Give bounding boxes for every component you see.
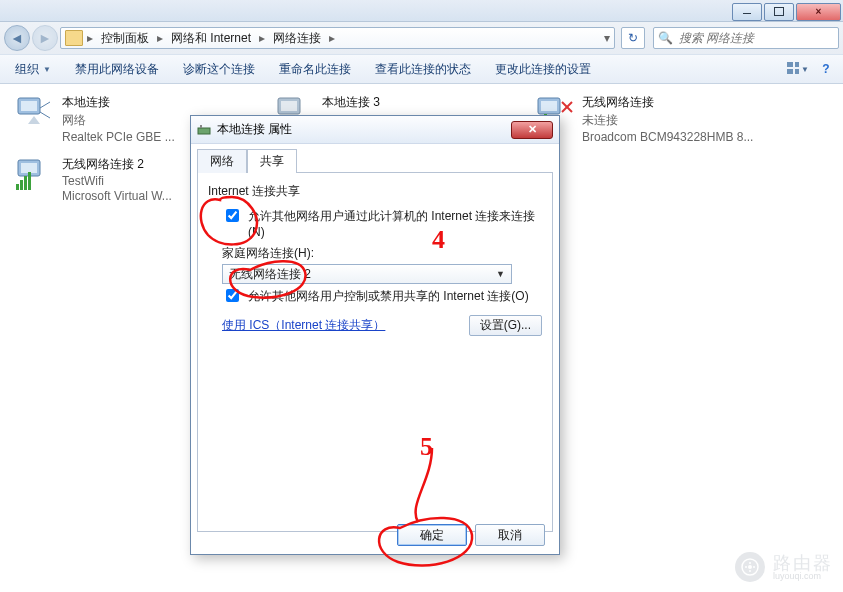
nav-back-button[interactable]: ◄ bbox=[4, 25, 30, 51]
watermark-sub: luyouqi.com bbox=[773, 572, 833, 581]
breadcrumb-item[interactable]: 控制面板 bbox=[95, 28, 155, 48]
tab-sharing[interactable]: 共享 bbox=[247, 149, 297, 173]
dialog-close-button[interactable]: ✕ bbox=[511, 121, 553, 139]
connection-device: Microsoft Virtual W... bbox=[62, 189, 172, 203]
allow-sharing-checkbox-row[interactable]: 允许其他网络用户通过此计算机的 Internet 连接来连接(N) bbox=[222, 208, 542, 239]
chevron-down-icon[interactable]: ▾ bbox=[602, 31, 612, 45]
dialog-button-row: 确定 取消 bbox=[191, 524, 559, 546]
location-icon bbox=[65, 30, 83, 46]
window-close-button[interactable]: × bbox=[796, 3, 841, 21]
address-row: ◄ ► ▸ 控制面板 ▸ 网络和 Internet ▸ 网络连接 ▸ ▾ ↻ 🔍 bbox=[0, 22, 843, 54]
svg-rect-1 bbox=[795, 62, 799, 67]
nav-forward-button[interactable]: ► bbox=[32, 25, 58, 51]
connection-device: Realtek PCIe GBE ... bbox=[62, 130, 175, 144]
chevron-right-icon: ▸ bbox=[155, 31, 165, 45]
connection-status: 网络 bbox=[62, 112, 175, 129]
view-status-button[interactable]: 查看此连接的状态 bbox=[366, 58, 480, 81]
window-maximize-button[interactable] bbox=[764, 3, 794, 21]
toolbar: 组织 ▼ 禁用此网络设备 诊断这个连接 重命名此连接 查看此连接的状态 更改此连… bbox=[0, 54, 843, 84]
lan-icon bbox=[14, 94, 54, 130]
chevron-down-icon: ▼ bbox=[496, 269, 505, 279]
svg-point-22 bbox=[748, 565, 752, 569]
allow-control-label: 允许其他网络用户控制或禁用共享的 Internet 连接(O) bbox=[248, 288, 529, 305]
connection-device: Broadcom BCM943228HMB 8... bbox=[582, 130, 753, 144]
properties-dialog: 本地连接 属性 ✕ 网络 共享 Internet 连接共享 允许其他网络用户通过… bbox=[190, 115, 560, 555]
svg-rect-5 bbox=[21, 101, 37, 111]
chevron-right-icon: ▸ bbox=[85, 31, 95, 45]
svg-rect-0 bbox=[787, 62, 793, 67]
ok-button[interactable]: 确定 bbox=[397, 524, 467, 546]
svg-rect-2 bbox=[787, 69, 793, 74]
svg-rect-7 bbox=[281, 101, 297, 111]
nic-icon bbox=[197, 123, 211, 137]
disable-device-button[interactable]: 禁用此网络设备 bbox=[66, 58, 168, 81]
chevron-down-icon: ▼ bbox=[801, 65, 809, 74]
svg-rect-19 bbox=[24, 176, 27, 190]
connection-name: 无线网络连接 bbox=[582, 94, 753, 111]
dialog-title: 本地连接 属性 bbox=[217, 121, 292, 138]
allow-sharing-label: 允许其他网络用户通过此计算机的 Internet 连接来连接(N) bbox=[248, 208, 542, 239]
window-minimize-button[interactable] bbox=[732, 3, 762, 21]
diagnose-button[interactable]: 诊断这个连接 bbox=[174, 58, 264, 81]
search-icon: 🔍 bbox=[658, 31, 673, 45]
svg-rect-18 bbox=[20, 180, 23, 190]
connection-name: 本地连接 bbox=[62, 94, 175, 111]
home-connection-label: 家庭网络连接(H): bbox=[222, 245, 542, 262]
svg-rect-24 bbox=[200, 125, 202, 128]
window-titlebar: × bbox=[0, 0, 843, 22]
view-mode-button[interactable]: ▼ bbox=[787, 60, 809, 78]
ics-group-label: Internet 连接共享 bbox=[208, 183, 542, 200]
watermark: 路由器 luyouqi.com bbox=[735, 552, 833, 582]
watermark-text: 路由器 bbox=[773, 554, 833, 572]
allow-control-checkbox-row[interactable]: 允许其他网络用户控制或禁用共享的 Internet 连接(O) bbox=[222, 288, 542, 305]
chevron-right-icon: ▸ bbox=[257, 31, 267, 45]
tab-strip: 网络 共享 bbox=[191, 144, 559, 172]
svg-rect-3 bbox=[795, 69, 799, 74]
organize-button[interactable]: 组织 ▼ bbox=[6, 58, 60, 81]
sharing-panel: Internet 连接共享 允许其他网络用户通过此计算机的 Internet 连… bbox=[197, 172, 553, 532]
wifi-icon bbox=[14, 156, 54, 192]
search-input[interactable] bbox=[677, 30, 834, 46]
search-box[interactable]: 🔍 bbox=[653, 27, 839, 49]
dialog-titlebar[interactable]: 本地连接 属性 ✕ bbox=[191, 116, 559, 144]
cancel-button[interactable]: 取消 bbox=[475, 524, 545, 546]
ics-help-link[interactable]: 使用 ICS（Internet 连接共享） bbox=[222, 317, 385, 334]
breadcrumb-item[interactable]: 网络和 Internet bbox=[165, 28, 257, 48]
settings-button[interactable]: 设置(G)... bbox=[469, 315, 542, 336]
breadcrumb-bar[interactable]: ▸ 控制面板 ▸ 网络和 Internet ▸ 网络连接 ▸ ▾ bbox=[60, 27, 615, 49]
chevron-right-icon: ▸ bbox=[327, 31, 337, 45]
svg-rect-9 bbox=[541, 101, 557, 111]
connection-status: TestWifi bbox=[62, 174, 172, 188]
breadcrumb-item[interactable]: 网络连接 bbox=[267, 28, 327, 48]
chevron-down-icon: ▼ bbox=[43, 65, 51, 74]
svg-rect-23 bbox=[198, 128, 210, 134]
connection-name: 本地连接 3 bbox=[322, 94, 380, 111]
svg-rect-17 bbox=[16, 184, 19, 190]
svg-rect-16 bbox=[21, 163, 37, 173]
allow-sharing-checkbox[interactable] bbox=[226, 209, 239, 222]
rename-button[interactable]: 重命名此连接 bbox=[270, 58, 360, 81]
connection-name: 无线网络连接 2 bbox=[62, 156, 172, 173]
router-icon bbox=[735, 552, 765, 582]
change-settings-button[interactable]: 更改此连接的设置 bbox=[486, 58, 600, 81]
organize-label: 组织 bbox=[15, 61, 39, 78]
svg-rect-20 bbox=[28, 172, 31, 190]
help-button[interactable]: ? bbox=[815, 60, 837, 78]
refresh-button[interactable]: ↻ bbox=[621, 27, 645, 49]
connection-item[interactable]: 无线网络连接 未连接 Broadcom BCM943228HMB 8... bbox=[530, 88, 790, 150]
allow-control-checkbox[interactable] bbox=[226, 289, 239, 302]
tab-networking[interactable]: 网络 bbox=[197, 149, 247, 173]
combo-value: 无线网络连接 2 bbox=[229, 266, 311, 283]
connection-status: 未连接 bbox=[582, 112, 753, 129]
home-connection-combo[interactable]: 无线网络连接 2 ▼ bbox=[222, 264, 512, 284]
